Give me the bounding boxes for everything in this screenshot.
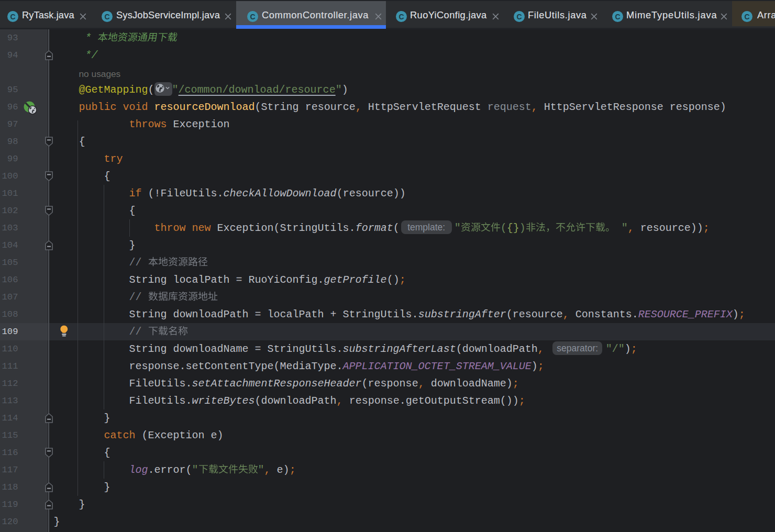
- svg-text:C: C: [399, 12, 404, 20]
- svg-text:C: C: [745, 12, 750, 20]
- svg-text:C: C: [10, 12, 15, 20]
- svg-text:C: C: [517, 12, 522, 20]
- svg-text:C: C: [105, 12, 110, 20]
- svg-text:C: C: [615, 12, 621, 20]
- svg-text:C: C: [250, 12, 256, 20]
